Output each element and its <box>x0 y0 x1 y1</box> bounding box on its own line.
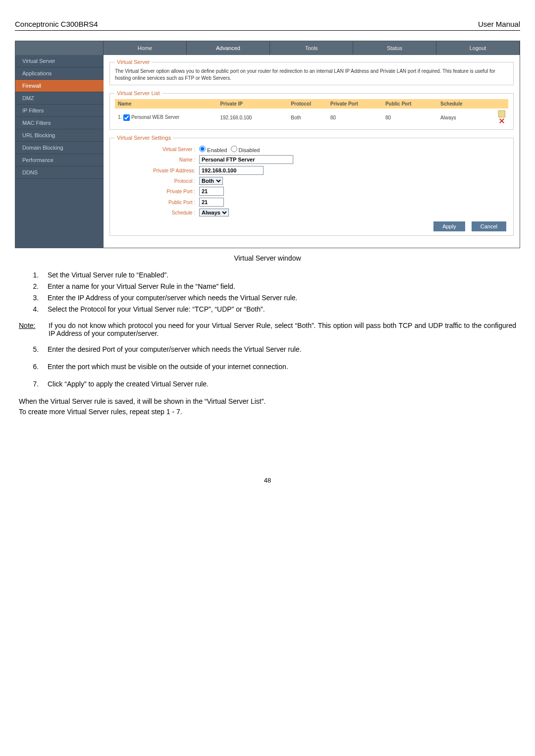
col-name: Name <box>115 99 217 108</box>
col-private-ip: Private IP <box>217 99 288 108</box>
sidebar-item-mac-filters[interactable]: MAC Filters <box>15 117 104 129</box>
instruction-6: Enter the port which must be visible on … <box>41 362 516 372</box>
virtual-server-description: Virtual Server The Virtual Server option… <box>109 59 514 85</box>
vs-list-table: Name Private IP Protocol Private Port Pu… <box>115 99 508 126</box>
row-name: Personal WEB Server <box>131 114 179 120</box>
label-virtual-server: Virtual Server : <box>115 147 199 152</box>
sidebar: Virtual Server Applications Firewall DMZ… <box>15 55 104 248</box>
col-private-port: Private Port <box>327 99 382 108</box>
virtual-server-list: Virtual Server List Name Private IP Prot… <box>109 90 514 130</box>
product-name: Conceptronic C300BRS4 <box>15 20 98 28</box>
col-public-port: Public Port <box>382 99 437 108</box>
instructions-list-2: Enter the desired Port of your computer/… <box>19 344 516 389</box>
note-text: If you do not know which protocol you ne… <box>49 322 516 337</box>
label-schedule: Schedule : <box>115 210 199 216</box>
sidebar-item-virtual-server[interactable]: Virtual Server <box>15 55 104 67</box>
edit-icon[interactable] <box>498 110 505 117</box>
cancel-button[interactable]: Cancel <box>472 221 506 231</box>
input-name[interactable] <box>199 155 293 164</box>
instructions-list-1: Set the Virtual Server rule to “Enabled”… <box>19 270 516 315</box>
sidebar-item-ip-filters[interactable]: IP Filters <box>15 105 104 117</box>
virtual-server-settings: Virtual Server Settings Virtual Server :… <box>109 135 514 236</box>
closing-line-1: When the Virtual Server rule is saved, i… <box>19 396 516 407</box>
tab-status[interactable]: Status <box>353 41 436 55</box>
row-private-port: 80 <box>327 108 382 126</box>
col-protocol: Protocol <box>288 99 327 108</box>
delete-icon[interactable] <box>498 117 505 124</box>
sidebar-item-url-blocking[interactable]: URL Blocking <box>15 129 104 142</box>
apply-button[interactable]: Apply <box>433 221 465 231</box>
col-schedule: Schedule <box>437 99 484 108</box>
sidebar-item-dmz[interactable]: DMZ <box>15 92 104 105</box>
instruction-7: Click “Apply” to apply the created Virtu… <box>41 379 516 389</box>
vs-list-legend: Virtual Server List <box>115 90 162 96</box>
nav-spacer <box>15 41 104 55</box>
row-index: 1. <box>118 114 122 120</box>
sidebar-item-firewall[interactable]: Firewall <box>15 80 104 92</box>
top-nav: Home Advanced Tools Status Logout <box>15 41 520 55</box>
vs-legend: Virtual Server <box>115 59 152 65</box>
row-checkbox[interactable] <box>123 114 130 121</box>
closing-text: When the Virtual Server rule is saved, i… <box>19 396 516 417</box>
vs-description-text: The Virtual Server option allows you to … <box>115 68 508 82</box>
select-schedule[interactable]: Always <box>199 209 229 216</box>
label-private-ip: Private IP Address: <box>115 168 199 173</box>
input-private-ip[interactable] <box>199 166 264 175</box>
figure-caption: Virtual Server window <box>15 254 520 262</box>
radio-disabled[interactable] <box>231 146 237 152</box>
label-name: Name : <box>115 157 199 162</box>
radio-enabled[interactable] <box>199 146 206 152</box>
vs-settings-legend: Virtual Server Settings <box>115 135 173 141</box>
vs-list-row: 1. Personal WEB Server 192.168.0.100 Bot… <box>115 108 508 126</box>
content-area: Virtual Server The Virtual Server option… <box>104 55 520 248</box>
page-number: 48 <box>15 477 520 484</box>
tab-home[interactable]: Home <box>104 41 187 55</box>
note-block: Note: If you do not know which protocol … <box>19 322 516 337</box>
doc-type: User Manual <box>478 20 520 28</box>
tab-advanced[interactable]: Advanced <box>187 41 270 55</box>
tab-tools[interactable]: Tools <box>270 41 353 55</box>
sidebar-item-domain-blocking[interactable]: Domain Blocking <box>15 142 104 154</box>
instruction-3: Enter the IP Address of your computer/se… <box>41 293 516 303</box>
instruction-5: Enter the desired Port of your computer/… <box>41 344 516 355</box>
radio-disabled-label: Disabled <box>239 147 260 153</box>
router-admin-ui: Home Advanced Tools Status Logout Virtua… <box>15 41 520 248</box>
instruction-2: Enter a name for your Virtual Server Rul… <box>41 281 516 292</box>
instruction-1: Set the Virtual Server rule to “Enabled”… <box>41 270 516 280</box>
row-schedule: Always <box>437 108 484 126</box>
row-private-ip: 192.168.0.100 <box>217 108 288 126</box>
closing-line-2: To create more Virtual Server rules, rep… <box>19 407 516 417</box>
instruction-4: Select the Protocol for your Virtual Ser… <box>41 304 516 315</box>
row-public-port: 80 <box>382 108 437 126</box>
sidebar-item-ddns[interactable]: DDNS <box>15 166 104 179</box>
select-protocol[interactable]: Both <box>199 177 223 185</box>
label-public-port: Public Port : <box>115 200 199 205</box>
label-protocol: Protocol : <box>115 178 199 184</box>
label-private-port: Private Port : <box>115 189 199 194</box>
tab-logout[interactable]: Logout <box>436 41 520 55</box>
note-label: Note: <box>19 322 49 337</box>
input-public-port[interactable] <box>199 198 224 207</box>
input-private-port[interactable] <box>199 187 224 196</box>
sidebar-item-performance[interactable]: Performance <box>15 154 104 166</box>
row-protocol: Both <box>288 108 327 126</box>
radio-enabled-label: Enabled <box>207 147 227 153</box>
sidebar-item-applications[interactable]: Applications <box>15 67 104 80</box>
